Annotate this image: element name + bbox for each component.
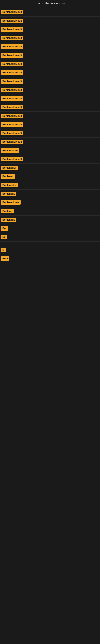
bottleneck-badge: Bottleneck result	[1, 131, 23, 136]
list-item: B	[0, 246, 100, 254]
site-title: TheBottlenecker.com	[35, 2, 65, 5]
list-item: Bottleneck re	[0, 146, 100, 155]
list-item	[0, 263, 100, 267]
list-item: Bottleneck result	[0, 103, 100, 112]
bottleneck-badge: Bottleneck result	[1, 96, 23, 101]
list-item: Bottleneck result	[0, 112, 100, 120]
bottleneck-badge: Bottleneck result	[1, 114, 23, 118]
bottleneck-badge: Bottlene	[1, 209, 14, 213]
list-item: Bottleneck result	[0, 8, 100, 16]
bottleneck-badge: Bo	[1, 235, 7, 239]
bottleneck-badge: Bottleneck result	[1, 140, 23, 144]
bottleneck-badge: Bottleneck res	[1, 200, 21, 205]
list-item: Bottleneck result	[0, 60, 100, 68]
bottleneck-badge: B	[1, 248, 6, 252]
list-item: Bottleneck result	[0, 129, 100, 138]
bottleneck-badge: Bottlenec	[1, 174, 15, 179]
list-item: Bottl	[0, 254, 100, 263]
bottleneck-badge: Bottleneck	[1, 192, 16, 196]
bottleneck-badge: Bottleneck result	[1, 36, 23, 40]
list-item: Bo	[0, 233, 100, 242]
bottleneck-badge: Bottleneck result	[1, 105, 23, 110]
bottleneck-badge: Bottleneck r	[1, 183, 18, 187]
bottleneck-badge: Bottleneck result	[1, 10, 23, 14]
bottleneck-badge: Bottleneck result	[1, 157, 23, 162]
list-item: Bottleneck result	[0, 34, 100, 42]
list-item: Bottleneck r	[0, 181, 100, 190]
bottleneck-badge: Bottleneck	[1, 218, 16, 222]
list-item: Bottleneck result	[0, 155, 100, 164]
list-item: Bottleneck	[0, 216, 100, 224]
list-item: Bottleneck result	[0, 77, 100, 86]
list-item: Bottleneck result	[0, 138, 100, 146]
list-item: Bottleneck result	[0, 25, 100, 34]
list-item: Bottleneck result	[0, 42, 100, 51]
bottleneck-badge: Bottleneck result	[1, 70, 23, 75]
bottleneck-badge: Bottleneck result	[1, 53, 23, 58]
bottleneck-badge: Bottl	[1, 256, 9, 261]
bottleneck-badge: Bottleneck re	[1, 148, 19, 153]
bottleneck-badge: Bottleneck result	[1, 62, 23, 66]
bottleneck-badge: Bottleneck result	[1, 18, 23, 23]
bottleneck-badge: Bot	[1, 226, 8, 231]
list-item: Bottleneck result	[0, 86, 100, 94]
bottleneck-badge: Bottleneck r	[1, 166, 18, 170]
list-item: Bottleneck res	[0, 198, 100, 207]
list-item: Bottleneck	[0, 190, 100, 198]
bottleneck-badge: Bottleneck result	[1, 79, 23, 84]
bottleneck-badge: Bottleneck result	[1, 44, 23, 49]
list-item: Bottlene	[0, 207, 100, 216]
list-item: Bottleneck result	[0, 16, 100, 25]
list-item: Bottleneck result	[0, 51, 100, 60]
bottleneck-badge: Bottleneck result	[1, 122, 23, 127]
list-item: Bot	[0, 224, 100, 233]
bottleneck-badge: Bottleneck result	[1, 88, 23, 92]
list-item: Bottlenec	[0, 172, 100, 181]
list-item: Bottleneck result	[0, 120, 100, 129]
site-header: TheBottlenecker.com	[0, 0, 100, 7]
list-item: Bottleneck result	[0, 94, 100, 103]
list-item: Bottleneck r	[0, 164, 100, 172]
bottleneck-badge: Bottleneck result	[1, 27, 23, 32]
list-item: Bottleneck result	[0, 68, 100, 77]
list-item	[0, 242, 100, 246]
items-container: Bottleneck resultBottleneck resultBottle…	[0, 7, 100, 267]
